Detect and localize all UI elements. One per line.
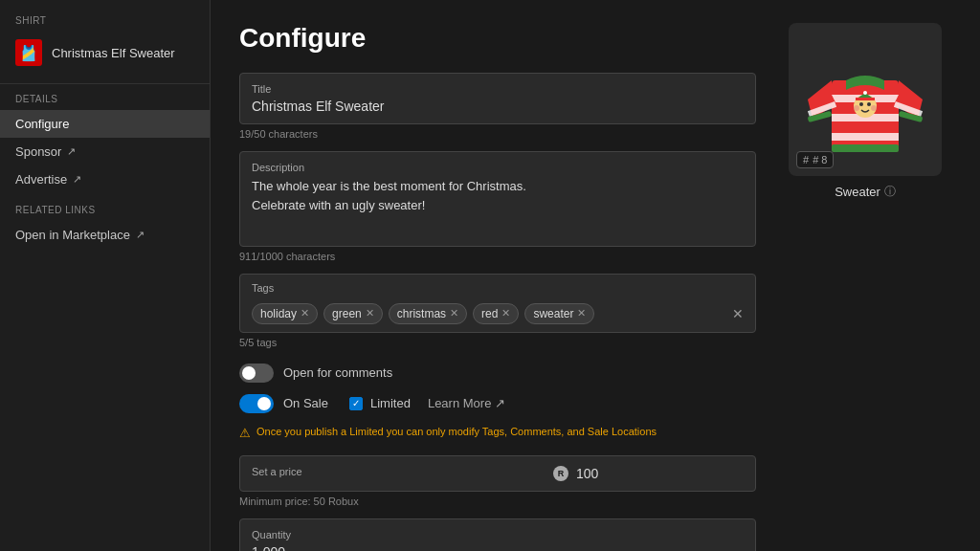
tag-holiday-text: holiday — [260, 307, 297, 320]
title-field-group: Title — [239, 73, 756, 124]
tag-holiday: holiday ✕ — [252, 303, 318, 324]
sidebar-item-sponsor[interactable]: Sponsor ↗ — [0, 138, 210, 165]
tag-red-remove[interactable]: ✕ — [501, 308, 510, 319]
price-input[interactable] — [576, 466, 744, 481]
robux-icon: R — [553, 466, 568, 481]
main-content: Configure — [211, 0, 980, 551]
sidebar-item-configure[interactable]: Configure — [0, 110, 210, 138]
tag-sweater-text: sweater — [533, 307, 573, 320]
sidebar-shirt-name: Christmas Elf Sweater — [52, 46, 175, 60]
comments-toggle-label: Open for comments — [283, 365, 392, 380]
learn-more-text: Learn More — [428, 396, 491, 410]
title-label: Title — [252, 83, 744, 95]
quantity-input[interactable] — [252, 544, 744, 552]
learn-more-link[interactable]: Learn More ↗ — [428, 396, 505, 410]
warning-text: Once you publish a Limited you can only … — [256, 425, 657, 439]
tag-green-remove[interactable]: ✕ — [366, 308, 374, 319]
tags-label: Tags — [252, 282, 744, 294]
description-field-group: Description The whole year is the best m… — [239, 151, 756, 247]
tags-counter: 5/5 tags — [239, 337, 756, 348]
price-field-group: Set a price R — [239, 455, 756, 492]
tag-christmas-text: christmas — [397, 307, 446, 320]
svg-rect-10 — [832, 144, 899, 152]
svg-rect-15 — [856, 98, 875, 100]
on-sale-label: On Sale — [283, 396, 328, 410]
checkbox-checkmark: ✓ — [352, 398, 360, 408]
svg-point-13 — [867, 102, 871, 106]
sale-row: On Sale ✓ Limited Learn More ↗ — [239, 394, 756, 413]
sidebar-configure-label: Configure — [15, 117, 69, 131]
svg-point-12 — [859, 102, 863, 106]
svg-point-18 — [871, 105, 877, 111]
tag-sweater: sweater ✕ — [524, 303, 594, 324]
warning-icon: ⚠ — [239, 426, 251, 440]
shirt-icon: 🎽 — [15, 39, 42, 66]
title-input[interactable] — [252, 99, 744, 114]
svg-point-17 — [854, 105, 859, 111]
quantity-label: Quantity — [252, 529, 744, 540]
comments-toggle[interactable] — [239, 364, 274, 383]
sidebar-item-advertise[interactable]: Advertise ↗ — [0, 165, 210, 193]
sidebar-divider-1 — [0, 83, 210, 84]
comments-toggle-row: Open for comments — [239, 364, 756, 383]
tag-holiday-remove[interactable]: ✕ — [301, 308, 309, 319]
sweater-image — [803, 37, 927, 162]
sidebar-section-related: RELATED LINKS — [0, 193, 210, 221]
warning-row: ⚠ Once you publish a Limited you can onl… — [239, 425, 756, 440]
sidebar-section-shirt: SHIRT — [0, 15, 210, 32]
preview-panel: # # 8 Sweater ⓘ — [779, 23, 951, 200]
sidebar-advertise-label: Advertise — [15, 172, 67, 187]
description-label: Description — [252, 162, 744, 173]
description-counter: 911/1000 characters — [239, 251, 756, 262]
advertise-external-icon: ↗ — [73, 173, 81, 186]
svg-point-16 — [863, 91, 867, 95]
tag-red: red ✕ — [473, 303, 519, 324]
tags-field-group[interactable]: Tags holiday ✕ green ✕ christmas ✕ red ✕… — [239, 274, 756, 333]
info-icon[interactable]: ⓘ — [884, 184, 896, 200]
preview-image-area: # # 8 — [789, 23, 942, 176]
tag-green: green ✕ — [323, 303, 383, 324]
tags-clear-button[interactable]: ✕ — [732, 306, 744, 321]
preview-badge: # # 8 — [796, 151, 834, 168]
sidebar-section-details: DETAILS — [0, 94, 210, 110]
tag-green-text: green — [332, 307, 362, 320]
title-counter: 19/50 characters — [239, 128, 756, 140]
limited-checkbox[interactable]: ✓ — [349, 397, 363, 410]
form-area: Title 19/50 characters Description The w… — [239, 73, 756, 551]
sidebar-shirt-header: 🎽 Christmas Elf Sweater — [0, 32, 210, 74]
badge-hash-icon: # — [803, 154, 809, 165]
marketplace-external-icon: ↗ — [136, 229, 145, 241]
price-label: Set a price — [252, 466, 546, 477]
sponsor-external-icon: ↗ — [67, 145, 76, 158]
tag-red-text: red — [481, 307, 498, 320]
learn-more-icon: ↗ — [495, 396, 505, 410]
tag-christmas-remove[interactable]: ✕ — [450, 308, 458, 319]
sidebar-sponsor-label: Sponsor — [15, 144, 61, 159]
limited-checkbox-row: ✓ Limited — [349, 396, 411, 410]
description-input[interactable]: The whole year is the best moment for Ch… — [252, 177, 744, 233]
sidebar: SHIRT 🎽 Christmas Elf Sweater DETAILS Co… — [0, 0, 211, 551]
sidebar-item-marketplace[interactable]: Open in Marketplace ↗ — [0, 221, 210, 249]
on-sale-toggle[interactable] — [239, 394, 274, 413]
min-price-note: Minimum price: 50 Robux — [239, 496, 756, 507]
preview-label-row: Sweater ⓘ — [835, 184, 896, 200]
sidebar-marketplace-label: Open in Marketplace — [15, 228, 130, 242]
tag-sweater-remove[interactable]: ✕ — [577, 308, 586, 319]
preview-item-label: Sweater — [835, 185, 880, 199]
svg-rect-3 — [832, 133, 899, 141]
quantity-field-group: Quantity — [239, 518, 756, 552]
tag-christmas: christmas ✕ — [389, 303, 467, 324]
badge-number: # 8 — [813, 154, 827, 165]
limited-label: Limited — [370, 396, 411, 410]
